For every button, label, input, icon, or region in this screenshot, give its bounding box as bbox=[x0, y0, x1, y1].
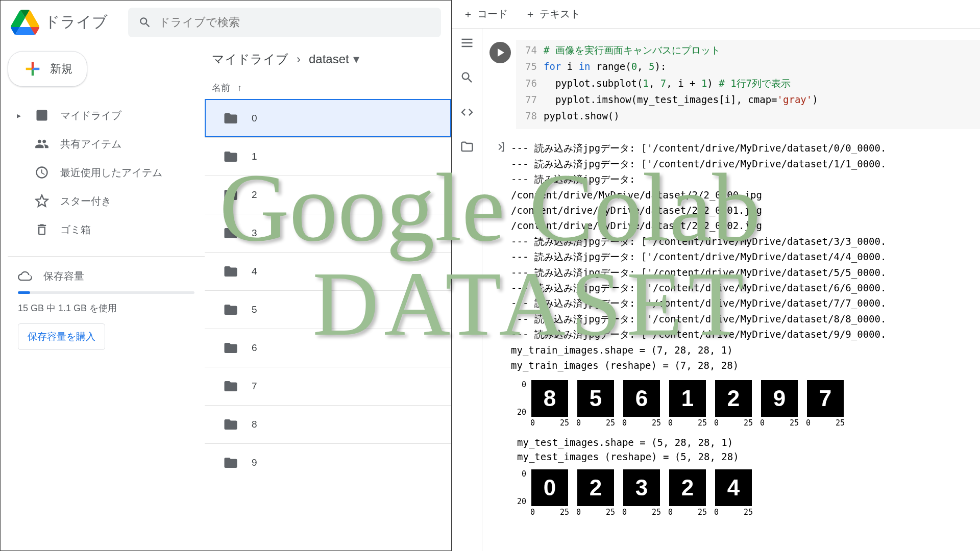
digit-tile: 6025 bbox=[622, 380, 661, 428]
sidebar-item-recent[interactable]: 最近使用したアイテム bbox=[10, 158, 205, 187]
colab-panel: ＋コード ＋テキスト 74# 画像を実行画面キャンバスにプロット75for i … bbox=[452, 0, 980, 551]
digit-tile: 2025 bbox=[714, 380, 753, 428]
arrow-up-icon: ↑ bbox=[237, 83, 242, 93]
buy-storage-button[interactable]: 保存容量を購入 bbox=[18, 323, 105, 350]
folder-name: 8 bbox=[252, 419, 257, 430]
folder-icon bbox=[223, 417, 238, 432]
digit-tile: 2025 bbox=[668, 469, 707, 517]
folder-row[interactable]: 3 bbox=[205, 214, 451, 252]
folder-row[interactable]: 9 bbox=[205, 443, 451, 482]
y-tick: 20 bbox=[517, 408, 526, 417]
shape-text: my_test_images (reshape) = (5, 28, 28) bbox=[517, 451, 980, 462]
folder-icon bbox=[223, 187, 238, 203]
add-code-button[interactable]: ＋コード bbox=[463, 7, 508, 21]
mydrive-icon bbox=[35, 108, 49, 122]
folder-name: 6 bbox=[252, 342, 257, 354]
folder-row[interactable]: 4 bbox=[205, 252, 451, 290]
star-icon bbox=[35, 194, 49, 208]
folder-icon bbox=[223, 302, 238, 317]
run-cell-button[interactable] bbox=[489, 42, 511, 63]
plot-train: 020 8025502560251025202590257025 bbox=[517, 380, 980, 428]
trash-icon bbox=[35, 222, 49, 237]
folder-icon[interactable] bbox=[460, 140, 474, 154]
folder-icon bbox=[223, 455, 238, 470]
folder-icon bbox=[223, 340, 238, 356]
sidebar-item-shared[interactable]: 共有アイテム bbox=[10, 130, 205, 158]
digit-tile: 7025 bbox=[806, 380, 845, 428]
folder-icon bbox=[223, 226, 238, 241]
folder-row[interactable]: 8 bbox=[205, 405, 451, 443]
folder-icon bbox=[223, 111, 238, 126]
digit-tile: 1025 bbox=[668, 380, 707, 428]
chevron-right-icon: ▸ bbox=[17, 111, 23, 120]
breadcrumb-current[interactable]: dataset ▾ bbox=[309, 52, 359, 66]
code-cell: 74# 画像を実行画面キャンバスにプロット75for i in range(0,… bbox=[489, 40, 980, 129]
code-editor[interactable]: 74# 画像を実行画面キャンバスにプロット75for i in range(0,… bbox=[516, 40, 980, 129]
nav-label: 共有アイテム bbox=[60, 137, 121, 151]
y-tick: 0 bbox=[517, 469, 526, 479]
folder-name: 1 bbox=[252, 151, 257, 162]
drive-logo-icon bbox=[11, 8, 39, 37]
nav-label: ゴミ箱 bbox=[60, 223, 91, 237]
toc-icon[interactable] bbox=[460, 36, 474, 50]
nav-label: 最近使用したアイテム bbox=[60, 166, 162, 180]
sidebar-item-mydrive[interactable]: ▸ マイドライブ bbox=[10, 101, 205, 130]
drive-main: マイドライブ › dataset ▾ 名前 ↑ 0123456789 bbox=[205, 44, 451, 550]
folder-row[interactable]: 0 bbox=[205, 99, 451, 137]
list-header[interactable]: 名前 ↑ bbox=[205, 77, 451, 99]
folder-name: 2 bbox=[252, 189, 257, 201]
drive-search[interactable] bbox=[128, 8, 441, 37]
drive-sidebar: 新規 ▸ マイドライブ 共有アイテム bbox=[1, 44, 205, 550]
add-text-button[interactable]: ＋テキスト bbox=[525, 7, 580, 21]
plus-icon: ＋ bbox=[525, 7, 535, 21]
digit-tile: 3025 bbox=[622, 469, 661, 517]
storage-usage-text: 15 GB 中 1.1 GB を使用 bbox=[18, 302, 194, 314]
digit-tile: 5025 bbox=[576, 380, 615, 428]
code-icon[interactable] bbox=[460, 105, 474, 119]
sidebar-item-starred[interactable]: スター付き bbox=[10, 187, 205, 215]
colab-sidebar bbox=[452, 29, 482, 551]
chevron-right-icon: › bbox=[297, 52, 301, 66]
digit-tile: 4025 bbox=[714, 469, 753, 517]
folder-row[interactable]: 2 bbox=[205, 176, 451, 214]
folder-row[interactable]: 5 bbox=[205, 290, 451, 329]
clock-icon bbox=[35, 165, 49, 180]
drive-header: ドライブ bbox=[1, 1, 451, 44]
storage-section: 保存容量 15 GB 中 1.1 GB を使用 保存容量を購入 bbox=[8, 256, 205, 350]
output-text: --- 読み込み済jpgデータ: ['/content/drive/MyDriv… bbox=[511, 140, 980, 373]
play-icon bbox=[498, 48, 504, 57]
folder-row[interactable]: 1 bbox=[205, 137, 451, 176]
folder-icon bbox=[223, 379, 238, 394]
new-button[interactable]: 新規 bbox=[8, 51, 87, 87]
chevron-down-icon: ▾ bbox=[353, 52, 359, 66]
output-toggle-icon[interactable] bbox=[489, 140, 511, 373]
cloud-icon bbox=[18, 269, 32, 283]
list-header-name: 名前 bbox=[212, 82, 230, 94]
storage-bar bbox=[18, 291, 194, 294]
sidebar-item-trash[interactable]: ゴミ箱 bbox=[10, 215, 205, 244]
breadcrumb-root[interactable]: マイドライブ bbox=[212, 51, 288, 67]
colab-content: 74# 画像を実行画面キャンバスにプロット75for i in range(0,… bbox=[482, 29, 980, 551]
digit-tile: 9025 bbox=[760, 380, 799, 428]
drive-title: ドライブ bbox=[44, 12, 108, 33]
folder-name: 4 bbox=[252, 266, 257, 277]
search-input[interactable] bbox=[159, 16, 431, 29]
output-block: --- 読み込み済jpgデータ: ['/content/drive/MyDriv… bbox=[489, 140, 980, 373]
folder-row[interactable]: 7 bbox=[205, 367, 451, 405]
plus-multicolor-icon bbox=[22, 59, 43, 79]
plus-icon: ＋ bbox=[463, 7, 473, 21]
folder-row[interactable]: 6 bbox=[205, 329, 451, 367]
folder-name: 3 bbox=[252, 228, 257, 239]
folder-icon bbox=[223, 264, 238, 279]
drive-logo[interactable]: ドライブ bbox=[11, 8, 108, 37]
nav-label: マイドライブ bbox=[60, 109, 121, 122]
new-button-label: 新規 bbox=[50, 61, 72, 77]
file-list: 0123456789 bbox=[205, 99, 451, 482]
search-icon[interactable] bbox=[460, 70, 474, 85]
folder-name: 7 bbox=[252, 381, 257, 392]
colab-toolbar: ＋コード ＋テキスト bbox=[452, 0, 980, 29]
storage-row[interactable]: 保存容量 bbox=[18, 269, 194, 283]
nav-label: スター付き bbox=[60, 194, 111, 208]
digit-tile: 0025 bbox=[530, 469, 569, 517]
drive-panel: ドライブ 新規 ▸ マ bbox=[0, 0, 452, 551]
